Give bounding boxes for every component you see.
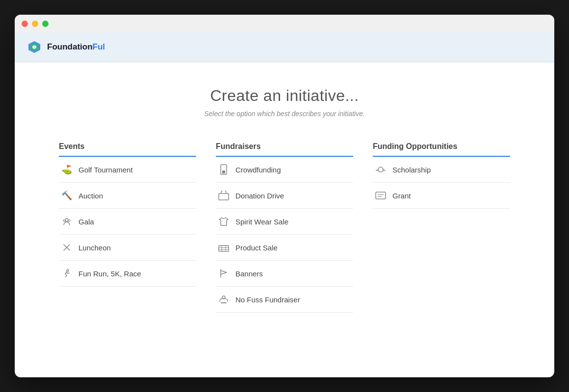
- auction-label: Auction: [78, 192, 103, 200]
- crowdfunding-item[interactable]: Crowdfunding: [216, 157, 353, 183]
- app-window: FoundationFul Create an initiative... Se…: [15, 15, 554, 377]
- donation-drive-label: Donation Drive: [235, 192, 284, 200]
- spirit-wear-icon: [218, 216, 230, 227]
- scholarship-icon: [375, 164, 387, 175]
- donation-icon: [218, 190, 230, 201]
- product-sale-item[interactable]: Product Sale: [216, 235, 353, 261]
- logo-icon: [26, 39, 42, 55]
- funding-column-header: Funding Opportunities: [373, 142, 510, 157]
- brand-name: FoundationFul: [47, 42, 105, 52]
- golf-icon: ⛳: [61, 164, 73, 175]
- fun-run-label: Fun Run, 5K, Race: [78, 270, 141, 278]
- app-header: FoundationFul: [15, 32, 554, 62]
- gala-item[interactable]: Gala: [59, 209, 196, 235]
- fun-run-icon: [61, 268, 73, 279]
- gala-label: Gala: [78, 218, 94, 226]
- luncheon-item[interactable]: Luncheon: [59, 235, 196, 261]
- scholarship-item[interactable]: Scholarship: [373, 157, 510, 183]
- grant-label: Grant: [392, 192, 411, 200]
- fun-run-item[interactable]: Fun Run, 5K, Race: [59, 261, 196, 287]
- crowdfunding-label: Crowdfunding: [235, 166, 281, 174]
- grant-icon: [375, 190, 387, 201]
- product-sale-icon: [218, 242, 230, 253]
- product-sale-label: Product Sale: [235, 244, 278, 252]
- auction-icon: 🔨: [61, 190, 73, 201]
- donation-drive-item[interactable]: Donation Drive: [216, 183, 353, 209]
- minimize-button[interactable]: [32, 21, 38, 27]
- main-content: Create an initiative... Select the optio…: [15, 62, 554, 337]
- golf-tournament-label: Golf Tournament: [78, 166, 133, 174]
- events-column-header: Events: [59, 142, 196, 157]
- auction-item[interactable]: 🔨 Auction: [59, 183, 196, 209]
- svg-rect-10: [222, 171, 225, 173]
- no-fuss-icon: [218, 294, 230, 305]
- scholarship-label: Scholarship: [392, 166, 431, 174]
- banners-icon: [218, 268, 230, 279]
- funding-opportunities-column: Funding Opportunities Scholarship: [373, 142, 510, 313]
- crowdfunding-icon: [218, 164, 230, 175]
- svg-point-3: [65, 219, 68, 221]
- luncheon-label: Luncheon: [78, 244, 111, 252]
- banners-item[interactable]: Banners: [216, 261, 353, 287]
- maximize-button[interactable]: [42, 21, 49, 27]
- close-button[interactable]: [22, 21, 28, 27]
- gala-icon: [61, 216, 73, 227]
- fundraisers-column-header: Fundraisers: [216, 142, 353, 157]
- banners-label: Banners: [235, 270, 263, 278]
- columns-container: Events ⛳ Golf Tournament 🔨 Auction: [44, 142, 525, 313]
- golf-tournament-item[interactable]: ⛳ Golf Tournament: [59, 157, 196, 183]
- svg-rect-12: [219, 245, 229, 251]
- spirit-wear-label: Spirit Wear Sale: [235, 218, 288, 226]
- title-bar: [15, 15, 554, 32]
- svg-point-16: [378, 167, 383, 172]
- spirit-wear-item[interactable]: Spirit Wear Sale: [216, 209, 353, 235]
- grant-item[interactable]: Grant: [373, 183, 510, 209]
- events-column: Events ⛳ Golf Tournament 🔨 Auction: [59, 142, 196, 313]
- no-fuss-label: No Fuss Fundraiser: [235, 295, 300, 304]
- no-fuss-fundraiser-item[interactable]: No Fuss Fundraiser: [216, 287, 353, 313]
- page-title: Create an initiative...: [44, 87, 525, 105]
- svg-point-8: [67, 270, 69, 271]
- luncheon-icon: [61, 242, 73, 253]
- page-subtitle: Select the option which best describes y…: [44, 110, 525, 118]
- svg-rect-11: [219, 194, 229, 200]
- fundraisers-column: Fundraisers Crowdfunding: [216, 142, 353, 313]
- svg-rect-17: [376, 192, 386, 199]
